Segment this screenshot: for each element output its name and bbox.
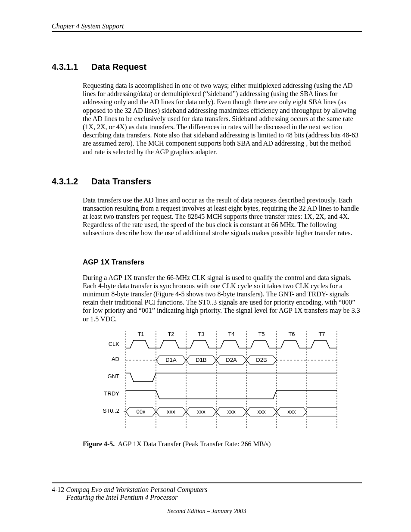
timing-diagram: T1 T2 T3 T4 T5 T6 T7 CLK AD GNT TRDY ST0… (83, 331, 362, 430)
section-number: 4.3.1.1 (52, 62, 91, 72)
running-header: Chapter 4 System Support (52, 22, 362, 32)
clk-waveform (126, 340, 337, 348)
footer-edition: Second Edition – January 2003 (52, 507, 362, 515)
tick-label: T6 (288, 331, 295, 337)
st-cell: xxx (167, 408, 175, 415)
st-cell: xxx (197, 408, 206, 415)
footer-subtitle: Featuring the Intel Pentium 4 Processor (66, 494, 362, 501)
signal-label: CLK (109, 341, 120, 347)
tick-label: T3 (198, 331, 204, 337)
ad-cell: D1A (165, 357, 177, 363)
section-4312-body: Data transfers use the AD lines and occu… (83, 196, 362, 237)
figure-text: AGP 1X Data Transfer (Peak Transfer Rate… (118, 440, 271, 448)
subsection-heading: AGP 1X Transfers (83, 258, 362, 267)
trdy-waveform (126, 390, 337, 399)
ad-cell: D1B (196, 357, 206, 363)
tick-label: T1 (137, 331, 144, 337)
tick-label: T4 (228, 331, 234, 337)
section-number: 4.3.1.2 (52, 177, 91, 187)
st-cell: 00x (137, 408, 146, 415)
footer-title: Compaq Evo and Workstation Personal Comp… (66, 486, 207, 493)
page-footer: 4-12 Compaq Evo and Workstation Personal… (52, 482, 362, 515)
signal-label: ST0..2 (103, 408, 119, 414)
page-number: 4-12 (52, 486, 64, 493)
signal-label: GNT (108, 373, 120, 380)
tick-label: T2 (168, 331, 174, 337)
figure-caption: Figure 4-5. AGP 1X Data Transfer (Peak T… (83, 440, 362, 448)
ad-cell: D2A (226, 357, 237, 363)
section-title: Data Transfers (91, 177, 151, 186)
section-4311-heading: 4.3.1.1Data Request (52, 62, 362, 72)
signal-label: AD (112, 356, 119, 362)
tick-label: T5 (258, 331, 265, 337)
section-title: Data Request (91, 62, 146, 72)
page: Chapter 4 System Support 4.3.1.1Data Req… (0, 0, 411, 532)
section-4311-body: Requesting data is accomplished in one o… (83, 81, 362, 156)
st-cell: xxx (227, 408, 236, 415)
st-cell: xxx (287, 408, 296, 415)
figure-label: Figure 4-5. (83, 440, 115, 448)
section-4312-heading: 4.3.1.2Data Transfers (52, 177, 362, 187)
signal-label: TRDY (104, 390, 120, 397)
tick-label: T7 (318, 331, 325, 337)
ad-cell: D2B (256, 357, 267, 363)
st-cell: xxx (257, 408, 266, 415)
subsection-body: During a AGP 1X transfer the 66-MHz CLK … (83, 274, 362, 323)
gnt-waveform (126, 373, 337, 382)
